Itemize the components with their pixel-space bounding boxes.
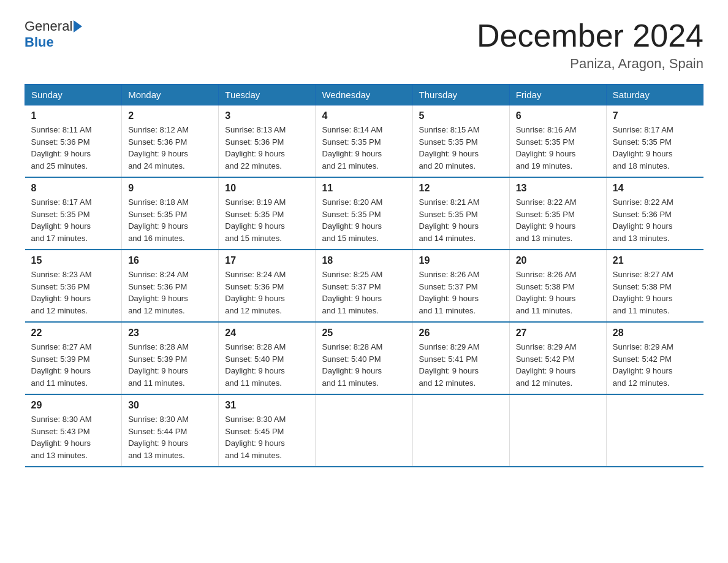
day-info: Sunrise: 8:22 AM Sunset: 5:36 PM Dayligh… xyxy=(613,196,697,244)
day-cell: 7 Sunrise: 8:17 AM Sunset: 5:35 PM Dayli… xyxy=(606,105,703,178)
day-cell: 15 Sunrise: 8:23 AM Sunset: 5:36 PM Dayl… xyxy=(25,250,122,322)
day-number: 13 xyxy=(516,183,600,194)
day-info: Sunrise: 8:19 AM Sunset: 5:35 PM Dayligh… xyxy=(225,196,309,244)
day-info: Sunrise: 8:11 AM Sunset: 5:36 PM Dayligh… xyxy=(31,124,116,172)
calendar-table: SundayMondayTuesdayWednesdayThursdayFrid… xyxy=(25,84,703,467)
header-sunday: Sunday xyxy=(25,85,122,105)
week-row-3: 15 Sunrise: 8:23 AM Sunset: 5:36 PM Dayl… xyxy=(25,250,703,322)
day-info: Sunrise: 8:28 AM Sunset: 5:40 PM Dayligh… xyxy=(322,341,406,389)
day-cell: 23 Sunrise: 8:28 AM Sunset: 5:39 PM Dayl… xyxy=(122,322,219,394)
day-cell: 30 Sunrise: 8:30 AM Sunset: 5:44 PM Dayl… xyxy=(122,394,219,467)
day-info: Sunrise: 8:21 AM Sunset: 5:35 PM Dayligh… xyxy=(419,196,503,244)
title-block: December 2024 Paniza, Aragon, Spain xyxy=(477,18,703,72)
week-row-1: 1 Sunrise: 8:11 AM Sunset: 5:36 PM Dayli… xyxy=(25,105,703,178)
header-friday: Friday xyxy=(509,85,606,105)
day-number: 22 xyxy=(31,327,116,339)
day-cell: 10 Sunrise: 8:19 AM Sunset: 5:35 PM Dayl… xyxy=(219,177,316,250)
day-info: Sunrise: 8:26 AM Sunset: 5:38 PM Dayligh… xyxy=(516,269,600,316)
day-number: 2 xyxy=(128,110,212,121)
logo-general-text: General xyxy=(25,18,72,34)
day-cell: 26 Sunrise: 8:29 AM Sunset: 5:41 PM Dayl… xyxy=(412,322,509,394)
day-cell: 1 Sunrise: 8:11 AM Sunset: 5:36 PM Dayli… xyxy=(25,105,122,178)
day-number: 4 xyxy=(322,110,406,121)
day-info: Sunrise: 8:30 AM Sunset: 5:45 PM Dayligh… xyxy=(225,413,309,461)
day-info: Sunrise: 8:23 AM Sunset: 5:36 PM Dayligh… xyxy=(31,269,116,316)
day-info: Sunrise: 8:18 AM Sunset: 5:35 PM Dayligh… xyxy=(128,196,212,244)
day-cell: 3 Sunrise: 8:13 AM Sunset: 5:36 PM Dayli… xyxy=(219,105,316,178)
day-number: 9 xyxy=(128,183,212,194)
day-cell: 16 Sunrise: 8:24 AM Sunset: 5:36 PM Dayl… xyxy=(122,250,219,322)
day-cell: 12 Sunrise: 8:21 AM Sunset: 5:35 PM Dayl… xyxy=(412,177,509,250)
header-saturday: Saturday xyxy=(606,85,703,105)
day-cell: 5 Sunrise: 8:15 AM Sunset: 5:35 PM Dayli… xyxy=(412,105,509,178)
day-cell xyxy=(606,394,703,467)
day-info: Sunrise: 8:16 AM Sunset: 5:35 PM Dayligh… xyxy=(516,124,600,172)
page-header: General Blue December 2024 Paniza, Arago… xyxy=(25,18,703,72)
day-number: 11 xyxy=(322,183,406,194)
header-wednesday: Wednesday xyxy=(316,85,412,105)
day-cell: 27 Sunrise: 8:29 AM Sunset: 5:42 PM Dayl… xyxy=(509,322,606,394)
day-number: 8 xyxy=(31,183,116,194)
day-info: Sunrise: 8:29 AM Sunset: 5:42 PM Dayligh… xyxy=(613,341,697,389)
day-number: 21 xyxy=(613,255,697,266)
day-cell: 6 Sunrise: 8:16 AM Sunset: 5:35 PM Dayli… xyxy=(509,105,606,178)
day-number: 10 xyxy=(225,183,309,194)
day-number: 1 xyxy=(31,110,116,121)
day-cell: 31 Sunrise: 8:30 AM Sunset: 5:45 PM Dayl… xyxy=(219,394,316,467)
day-cell xyxy=(412,394,509,467)
day-info: Sunrise: 8:29 AM Sunset: 5:41 PM Dayligh… xyxy=(419,341,503,389)
calendar-header-row: SundayMondayTuesdayWednesdayThursdayFrid… xyxy=(25,85,703,105)
day-cell: 8 Sunrise: 8:17 AM Sunset: 5:35 PM Dayli… xyxy=(25,177,122,250)
day-number: 14 xyxy=(613,183,697,194)
day-cell: 22 Sunrise: 8:27 AM Sunset: 5:39 PM Dayl… xyxy=(25,322,122,394)
day-cell: 20 Sunrise: 8:26 AM Sunset: 5:38 PM Dayl… xyxy=(509,250,606,322)
day-number: 28 xyxy=(613,327,697,339)
day-cell: 14 Sunrise: 8:22 AM Sunset: 5:36 PM Dayl… xyxy=(606,177,703,250)
day-info: Sunrise: 8:24 AM Sunset: 5:36 PM Dayligh… xyxy=(225,269,309,316)
day-number: 5 xyxy=(419,110,503,121)
day-number: 19 xyxy=(419,255,503,266)
day-cell: 11 Sunrise: 8:20 AM Sunset: 5:35 PM Dayl… xyxy=(316,177,412,250)
day-number: 20 xyxy=(516,255,600,266)
day-info: Sunrise: 8:24 AM Sunset: 5:36 PM Dayligh… xyxy=(128,269,212,316)
day-cell xyxy=(316,394,412,467)
day-info: Sunrise: 8:27 AM Sunset: 5:39 PM Dayligh… xyxy=(31,341,116,389)
day-info: Sunrise: 8:17 AM Sunset: 5:35 PM Dayligh… xyxy=(31,196,116,244)
day-info: Sunrise: 8:17 AM Sunset: 5:35 PM Dayligh… xyxy=(613,124,697,172)
day-number: 27 xyxy=(516,327,600,339)
logo: General Blue xyxy=(25,18,82,50)
day-info: Sunrise: 8:29 AM Sunset: 5:42 PM Dayligh… xyxy=(516,341,600,389)
logo-blue-text: Blue xyxy=(25,34,54,50)
day-cell: 29 Sunrise: 8:30 AM Sunset: 5:43 PM Dayl… xyxy=(25,394,122,467)
day-cell: 19 Sunrise: 8:26 AM Sunset: 5:37 PM Dayl… xyxy=(412,250,509,322)
day-info: Sunrise: 8:30 AM Sunset: 5:43 PM Dayligh… xyxy=(31,413,116,461)
day-number: 26 xyxy=(419,327,503,339)
day-info: Sunrise: 8:26 AM Sunset: 5:37 PM Dayligh… xyxy=(419,269,503,316)
day-number: 6 xyxy=(516,110,600,121)
day-cell: 9 Sunrise: 8:18 AM Sunset: 5:35 PM Dayli… xyxy=(122,177,219,250)
day-number: 23 xyxy=(128,327,212,339)
page-subtitle: Paniza, Aragon, Spain xyxy=(477,56,703,72)
day-number: 3 xyxy=(225,110,309,121)
day-info: Sunrise: 8:22 AM Sunset: 5:35 PM Dayligh… xyxy=(516,196,600,244)
day-cell: 25 Sunrise: 8:28 AM Sunset: 5:40 PM Dayl… xyxy=(316,322,412,394)
day-number: 24 xyxy=(225,327,309,339)
header-tuesday: Tuesday xyxy=(219,85,316,105)
day-number: 7 xyxy=(613,110,697,121)
day-info: Sunrise: 8:28 AM Sunset: 5:39 PM Dayligh… xyxy=(128,341,212,389)
week-row-2: 8 Sunrise: 8:17 AM Sunset: 5:35 PM Dayli… xyxy=(25,177,703,250)
page-title: December 2024 xyxy=(477,18,703,53)
week-row-5: 29 Sunrise: 8:30 AM Sunset: 5:43 PM Dayl… xyxy=(25,394,703,467)
day-cell xyxy=(509,394,606,467)
day-number: 12 xyxy=(419,183,503,194)
week-row-4: 22 Sunrise: 8:27 AM Sunset: 5:39 PM Dayl… xyxy=(25,322,703,394)
day-info: Sunrise: 8:27 AM Sunset: 5:38 PM Dayligh… xyxy=(613,269,697,316)
day-number: 15 xyxy=(31,255,116,266)
day-info: Sunrise: 8:25 AM Sunset: 5:37 PM Dayligh… xyxy=(322,269,406,316)
day-cell: 21 Sunrise: 8:27 AM Sunset: 5:38 PM Dayl… xyxy=(606,250,703,322)
day-info: Sunrise: 8:15 AM Sunset: 5:35 PM Dayligh… xyxy=(419,124,503,172)
header-monday: Monday xyxy=(122,85,219,105)
day-cell: 4 Sunrise: 8:14 AM Sunset: 5:35 PM Dayli… xyxy=(316,105,412,178)
header-thursday: Thursday xyxy=(412,85,509,105)
day-number: 18 xyxy=(322,255,406,266)
